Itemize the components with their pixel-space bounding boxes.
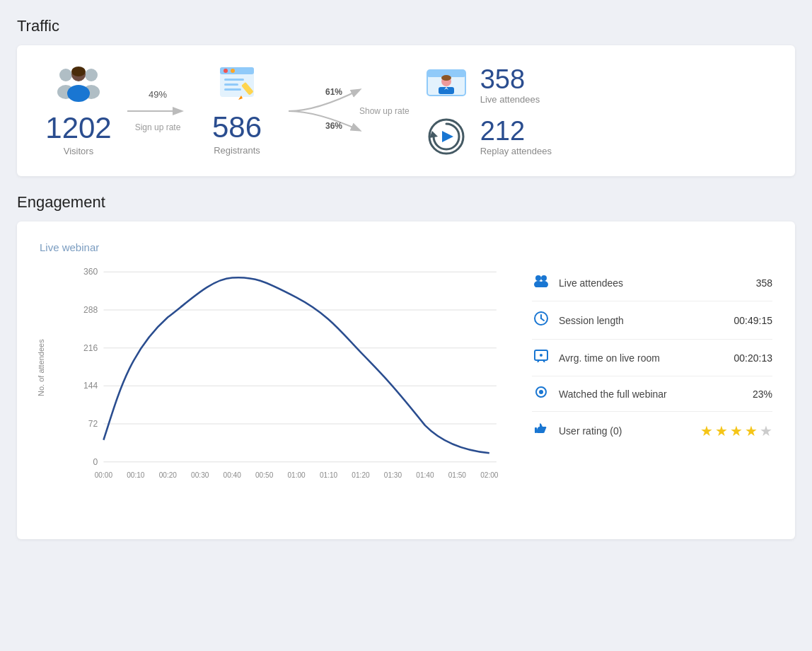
svg-rect-66 [535,427,537,433]
svg-point-6 [71,67,86,76]
svg-text:00:40: 00:40 [224,471,242,479]
svg-text:0: 0 [93,457,98,467]
replay-attendees-info: 212 Replay attendees [480,117,552,156]
avg-time-label: Avrg. time on live room [559,352,726,364]
watched-full-icon [532,386,550,401]
svg-point-0 [59,69,72,81]
registrants-number: 586 [212,113,262,142]
svg-text:36%: 36% [325,121,342,131]
chart-wrap: 360 288 216 144 72 0 00:00 00:10 00:20 [75,265,504,491]
svg-text:02:00: 02:00 [480,471,499,479]
svg-point-10 [224,69,228,73]
visitors-stat: 1202 Visitors [40,65,117,156]
svg-point-2 [85,69,98,81]
svg-rect-12 [224,79,244,81]
stat-watched-full: Watched the full webinar 23% [532,376,772,412]
visitors-number: 1202 [45,113,111,143]
signup-rate-label: Sign up rate [135,122,181,132]
live-attendees-label: Live attendees [480,94,540,105]
session-length-label: Session length [559,315,726,326]
svg-text:00:50: 00:50 [255,471,274,479]
svg-point-11 [231,69,235,73]
svg-text:216: 216 [83,343,98,353]
svg-text:01:00: 01:00 [287,471,306,479]
live-attendees-number: 358 [480,66,540,93]
engagement-title: Engagement [17,193,795,212]
visitors-label: Visitors [64,146,93,156]
replay-attendees-label: Replay attendees [480,146,552,156]
svg-point-54 [541,275,547,281]
svg-text:00:20: 00:20 [159,471,178,479]
svg-text:144: 144 [83,381,98,391]
replay-attendees-number: 212 [480,117,552,144]
svg-point-63 [540,354,543,357]
svg-text:01:40: 01:40 [416,471,434,479]
live-attendees-row: 358 Live attendees [424,66,552,105]
live-attendees-stat-label: Live attendees [559,277,748,289]
svg-text:288: 288 [83,305,98,315]
session-length-icon [532,311,550,329]
svg-text:72: 72 [88,419,98,429]
signup-rate-percent: 49% [149,89,167,100]
session-length-value: 00:49:15 [734,315,773,326]
star-4: ★ [745,422,758,439]
user-rating-label: User rating (0) [559,425,692,437]
svg-rect-14 [224,88,241,91]
traffic-flow: 1202 Visitors 49% Sign up rate [40,65,772,156]
avg-time-value: 00:20:13 [734,352,773,364]
svg-text:01:30: 01:30 [384,471,402,479]
live-attendees-info: 358 Live attendees [480,66,540,105]
replay-attendees-row: 212 Replay attendees [424,117,552,156]
live-webinar-subtitle: Live webinar [40,241,772,253]
stat-session-length: Session length 00:49:15 [532,301,772,340]
engagement-card: Live webinar No. of attendees 360 [17,221,795,539]
right-stats: 358 Live attendees 212 [424,66,552,156]
star-3: ★ [730,422,743,439]
chart-outer: No. of attendees 360 288 216 [40,265,504,519]
user-rating-stars: ★ ★ ★ ★ ★ [700,422,772,439]
registrants-stat: 586 Registrants [198,66,276,156]
star-2: ★ [715,422,728,439]
svg-text:360: 360 [83,267,98,277]
svg-text:61%: 61% [325,87,342,97]
svg-marker-27 [442,131,453,142]
svg-text:00:10: 00:10 [127,471,145,479]
traffic-card: 1202 Visitors 49% Sign up rate [17,45,795,176]
svg-text:01:50: 01:50 [448,471,467,479]
star-1: ★ [700,422,713,439]
svg-text:00:00: 00:00 [95,471,113,479]
visitors-icon [54,65,103,109]
y-axis-label: No. of attendees [37,339,45,396]
svg-rect-13 [224,83,238,86]
svg-text:01:20: 01:20 [352,471,370,479]
live-attendees-icon [424,67,469,103]
svg-point-65 [539,390,543,394]
watched-full-value: 23% [753,388,772,400]
stat-avg-time: Avrg. time on live room 00:20:13 [532,340,772,376]
stats-panel: Live attendees 358 Session length 00:49:… [532,265,772,449]
live-attendees-stat-value: 358 [756,277,772,289]
star-5: ★ [760,422,772,439]
svg-point-24 [441,75,451,81]
stat-user-rating: User rating (0) ★ ★ ★ ★ ★ [532,412,772,449]
avg-time-icon [532,350,550,366]
svg-line-59 [541,318,544,321]
traffic-title: Traffic [17,17,795,35]
live-attendees-stat-icon [532,275,550,291]
signup-rate-block: 49% Sign up rate [117,89,198,132]
show-up-arrows: 61% 36% Show up rate [276,79,415,143]
watched-full-label: Watched the full webinar [559,388,744,400]
registrants-icon [217,66,257,108]
show-up-label: Show up rate [359,106,410,116]
engagement-content: No. of attendees 360 288 216 [40,265,772,519]
registrants-label: Registrants [214,145,260,156]
user-rating-icon [532,422,550,439]
stat-live-attendees: Live attendees 358 [532,265,772,301]
svg-point-5 [67,85,90,102]
svg-point-53 [535,275,541,281]
svg-text:00:30: 00:30 [191,471,209,479]
chart-area: No. of attendees 360 288 216 [40,265,504,519]
svg-text:01:10: 01:10 [320,471,338,479]
replay-attendees-icon [424,118,469,155]
